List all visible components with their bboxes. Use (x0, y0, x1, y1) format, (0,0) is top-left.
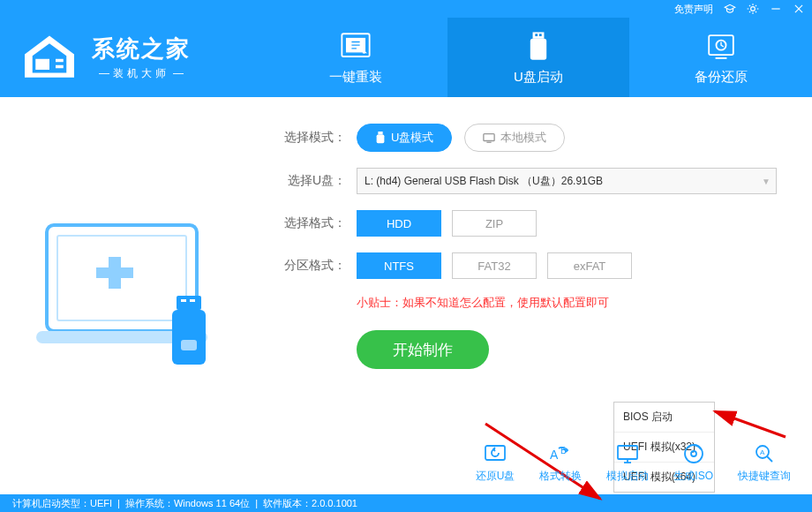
svg-point-37 (691, 451, 696, 456)
usb-small-icon (375, 132, 386, 144)
tool-generate-iso[interactable]: 生成ISO (673, 442, 713, 484)
chevron-down-icon: ▼ (762, 177, 771, 186)
status-ver-value: 2.0.0.1001 (312, 498, 357, 508)
usb-icon (518, 30, 559, 64)
svg-rect-23 (181, 340, 197, 350)
svg-rect-12 (530, 38, 546, 59)
status-boot-value: UEFI (90, 498, 112, 508)
logo: 系统之家 装机大师 (0, 18, 265, 97)
tab-label: 一键重装 (329, 69, 382, 86)
label-format: 选择格式： (274, 215, 346, 231)
illustration (0, 97, 265, 494)
svg-text:A: A (550, 448, 559, 462)
tab-label: U盘启动 (514, 69, 563, 86)
row-format: 选择格式： HDD ZIP (274, 210, 777, 237)
convert-icon: AB (547, 442, 574, 465)
search-icon: A (751, 442, 778, 465)
mode-usb-button[interactable]: U盘模式 (357, 124, 452, 152)
laptop-usb-illustration (31, 207, 234, 384)
minimize-icon[interactable] (770, 3, 782, 15)
status-os-value: Windows 11 64位 (174, 497, 250, 510)
svg-text:A: A (760, 448, 765, 456)
main-content: 选择模式： U盘模式 本地模式 选择U盘： L: (hd4) General U… (0, 97, 812, 494)
row-partition: 分区格式： NTFS FAT32 exFAT (274, 252, 777, 279)
svg-rect-25 (377, 135, 385, 144)
backup-icon (701, 30, 741, 64)
svg-rect-22 (172, 310, 206, 365)
tool-hotkey-lookup[interactable]: A 快捷键查询 (738, 442, 791, 484)
svg-rect-24 (378, 132, 382, 135)
label-partition: 分区格式： (274, 258, 346, 274)
svg-rect-20 (181, 299, 186, 302)
tab-backup[interactable]: 备份还原 (629, 18, 812, 97)
svg-rect-11 (539, 34, 542, 36)
disc-icon (680, 442, 707, 465)
svg-rect-5 (56, 65, 64, 69)
partition-fat32-button[interactable]: FAT32 (452, 252, 537, 279)
titlebar: 免责声明 (0, 0, 812, 18)
svg-point-0 (751, 7, 756, 11)
svg-rect-4 (56, 59, 64, 63)
monitor-small-icon (483, 132, 495, 143)
row-mode: 选择模式： U盘模式 本地模式 (274, 124, 777, 152)
form: 选择模式： U盘模式 本地模式 选择U盘： L: (hd4) General U… (265, 97, 812, 494)
partition-exfat-button[interactable]: exFAT (547, 252, 632, 279)
mode-local-button[interactable]: 本地模式 (464, 124, 565, 152)
label-mode: 选择模式： (274, 130, 346, 146)
svg-rect-6 (35, 59, 49, 70)
tip-text: 小贴士：如果不知道怎么配置，使用默认配置即可 (357, 295, 777, 311)
tool-restore-usb[interactable]: 还原U盘 (476, 442, 515, 484)
monitor-icon (614, 442, 641, 465)
format-hdd-button[interactable]: HDD (357, 210, 441, 237)
svg-rect-9 (533, 32, 545, 38)
header: 系统之家 装机大师 一键重装 U盘启动 备份还原 (0, 18, 812, 97)
partition-ntfs-button[interactable]: NTFS (357, 252, 441, 279)
logo-title: 系统之家 (92, 34, 191, 64)
tab-usb-boot[interactable]: U盘启动 (447, 18, 630, 97)
bottom-tools: 还原U盘 AB 格式转换 模拟启动 生成ISO A 快捷键查询 (476, 442, 791, 484)
tool-simulate-boot[interactable]: 模拟启动 (606, 442, 649, 484)
udisk-select[interactable]: L: (hd4) General USB Flash Disk （U盘）26.9… (357, 168, 777, 194)
svg-rect-33 (618, 446, 637, 459)
status-os-label: 操作系统： (125, 497, 174, 510)
close-icon[interactable] (793, 3, 805, 15)
logo-subtitle: 装机大师 (92, 66, 191, 81)
svg-rect-19 (177, 296, 201, 310)
start-button[interactable]: 开始制作 (357, 330, 489, 369)
graduation-icon[interactable] (724, 3, 736, 15)
udisk-value: L: (hd4) General USB Flash Disk （U盘）26.9… (365, 174, 603, 189)
tabs: 一键重装 U盘启动 备份还原 (265, 18, 812, 97)
house-icon (18, 33, 81, 82)
svg-line-39 (767, 456, 772, 462)
svg-rect-10 (535, 34, 538, 36)
tab-reinstall[interactable]: 一键重装 (265, 18, 447, 97)
tool-format-convert[interactable]: AB 格式转换 (539, 442, 582, 484)
disclaimer-link[interactable]: 免责声明 (674, 3, 713, 16)
settings-icon[interactable] (747, 3, 759, 15)
tab-label: 备份还原 (695, 69, 748, 86)
svg-rect-21 (190, 299, 195, 302)
popup-bios[interactable]: BIOS 启动 (614, 403, 714, 432)
status-ver-label: 软件版本： (263, 497, 312, 510)
format-zip-button[interactable]: ZIP (452, 210, 537, 237)
label-udisk: 选择U盘： (274, 173, 346, 189)
svg-rect-26 (484, 134, 494, 141)
restore-icon (482, 442, 508, 465)
statusbar: 计算机启动类型： UEFI | 操作系统： Windows 11 64位 | 软… (0, 494, 812, 512)
status-boot-label: 计算机启动类型： (12, 497, 90, 510)
row-udisk: 选择U盘： L: (hd4) General USB Flash Disk （U… (274, 168, 777, 194)
reinstall-icon (335, 30, 376, 64)
